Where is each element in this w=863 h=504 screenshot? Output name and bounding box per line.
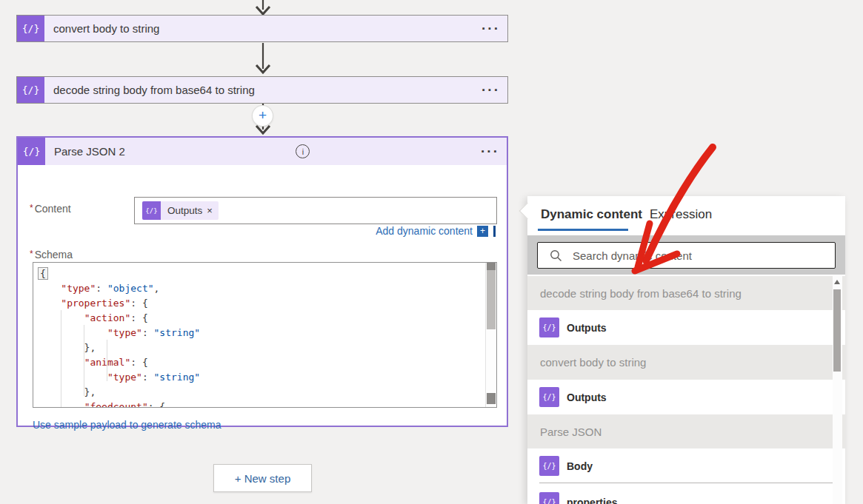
content-field-label: *Content <box>30 203 71 215</box>
dynamic-content-item-label: Body <box>567 460 593 472</box>
data-operation-icon: {/} <box>17 77 44 103</box>
dynamic-content-item-label: Outputs <box>567 392 607 403</box>
data-operation-icon: {/} <box>18 138 45 165</box>
scrollbar-thumb[interactable] <box>487 270 496 329</box>
dynamic-content-item[interactable]: {/}Outputs <box>527 380 845 414</box>
remove-token-icon[interactable]: × <box>207 205 219 216</box>
tab-dynamic-content[interactable]: Dynamic content <box>541 207 642 222</box>
schema-editor[interactable]: { "type": "object", "properties": { "act… <box>33 262 497 408</box>
flyout-toggle-bar <box>493 226 496 237</box>
data-operation-icon: {/} <box>17 16 44 41</box>
data-operation-icon: {/} <box>539 317 559 337</box>
list-divider <box>539 483 833 483</box>
data-operation-icon: {/} <box>539 492 559 504</box>
dynamic-content-item-label: properties <box>567 497 617 504</box>
action-title: Parse JSON 2 <box>54 145 125 158</box>
insert-step-button[interactable]: + <box>253 106 273 126</box>
required-asterisk: * <box>30 249 33 259</box>
schema-field-label: *Schema <box>30 249 73 261</box>
schema-code-line: "properties": { <box>38 296 486 311</box>
schema-code-line: "type": "object", <box>38 281 486 296</box>
flow-designer-canvas: {/} convert body to string ··· {/} decod… <box>0 0 863 504</box>
dynamic-content-item[interactable]: {/}Body <box>527 448 845 483</box>
action-title: decode string body from base64 to string <box>53 84 255 96</box>
plus-icon: + <box>477 226 488 237</box>
scrollbar-bottom-cap[interactable] <box>487 393 496 404</box>
schema-code-line: "animal": { <box>38 355 486 370</box>
data-operation-icon: {/} <box>539 456 559 476</box>
schema-code-line: { <box>38 266 486 281</box>
indent-guide <box>84 325 84 396</box>
dynamic-content-panel: Dynamic content Expression decode string… <box>527 196 845 504</box>
action-card-decode-string-body[interactable]: {/} decode string body from base64 to st… <box>16 76 508 104</box>
schema-code-line: "type": "string" <box>38 370 486 385</box>
dynamic-content-item-label: Outputs <box>567 322 607 334</box>
dynamic-content-item[interactable]: {/}properties <box>527 485 845 504</box>
action-menu-button[interactable]: ··· <box>481 144 499 158</box>
action-card-convert-body-to-string[interactable]: {/} convert body to string ··· <box>16 15 508 42</box>
editor-scrollbar[interactable] <box>485 263 496 407</box>
outputs-token-chip[interactable]: {/} Outputs × <box>142 201 219 220</box>
dynamic-content-list: decode string body from base64 to string… <box>527 275 845 504</box>
new-step-button[interactable]: + New step <box>213 464 312 492</box>
parse-json-card-header[interactable]: {/} Parse JSON 2 i ··· <box>18 138 507 165</box>
indent-guide <box>61 310 61 407</box>
scroll-up-icon[interactable] <box>834 280 840 284</box>
active-tab-underline <box>538 229 628 231</box>
action-menu-button[interactable]: ··· <box>482 21 500 36</box>
tab-expression[interactable]: Expression <box>650 207 712 222</box>
data-operation-icon: {/} <box>142 201 161 220</box>
schema-code-line: "type": "string" <box>38 326 486 340</box>
action-menu-button[interactable]: ··· <box>482 83 500 97</box>
token-chip-label: Outputs <box>161 205 207 216</box>
search-band <box>527 235 845 275</box>
scrollbar-top-cap[interactable] <box>487 263 496 270</box>
schema-code-line: "feedcount": { <box>38 400 486 408</box>
parse-json-card-body: *Content {/} Outputs × Add dynamic conte… <box>18 165 507 426</box>
dynamic-content-group-header: decode string body from base64 to string <box>527 276 845 310</box>
required-asterisk: * <box>30 203 33 213</box>
schema-code-line: }, <box>38 340 486 355</box>
action-card-parse-json-2: {/} Parse JSON 2 i ··· *Content {/} Outp… <box>16 136 508 427</box>
data-operation-icon: {/} <box>539 387 559 407</box>
search-dynamic-content-input[interactable] <box>571 249 835 263</box>
search-box[interactable] <box>537 242 836 269</box>
content-input[interactable]: {/} Outputs × <box>134 197 497 224</box>
info-icon[interactable]: i <box>296 144 310 158</box>
indent-guide <box>107 340 107 381</box>
schema-json-code[interactable]: { "type": "object", "properties": { "act… <box>33 263 486 408</box>
action-title: convert body to string <box>53 22 159 35</box>
schema-code-line: "action": { <box>38 311 486 326</box>
scrollbar-thumb[interactable] <box>833 289 841 372</box>
dynamic-content-item[interactable]: {/}Outputs <box>527 310 845 345</box>
search-icon <box>550 249 562 262</box>
schema-code-line: }, <box>38 385 486 400</box>
add-dynamic-content-label: Add dynamic content <box>376 225 473 237</box>
dynamic-content-group-header: Parse JSON <box>527 414 845 448</box>
dynamic-content-group-header: convert body to string <box>527 345 845 380</box>
use-sample-payload-link[interactable]: Use sample payload to generate schema <box>33 419 221 431</box>
add-dynamic-content-button[interactable]: Add dynamic content + <box>376 225 496 237</box>
panel-scrollbar[interactable] <box>833 275 842 504</box>
